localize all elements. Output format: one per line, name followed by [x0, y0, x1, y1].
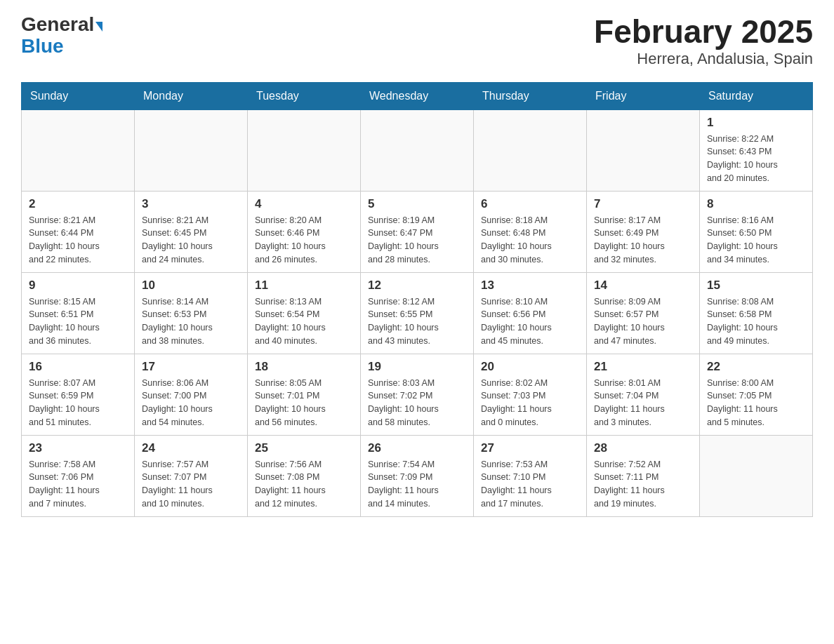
day-number: 11 [255, 279, 353, 293]
day-info: Sunrise: 8:05 AMSunset: 7:01 PMDaylight:… [255, 377, 353, 429]
day-info: Sunrise: 8:09 AMSunset: 6:57 PMDaylight:… [594, 295, 692, 348]
calendar-cell: 10Sunrise: 8:14 AMSunset: 6:53 PMDayligh… [135, 272, 248, 354]
calendar-cell: 22Sunrise: 8:00 AMSunset: 7:05 PMDayligh… [700, 354, 813, 435]
weekday-header-monday: Monday [135, 82, 248, 109]
day-number: 3 [142, 197, 240, 211]
calendar-cell: 15Sunrise: 8:08 AMSunset: 6:58 PMDayligh… [700, 272, 813, 354]
day-info: Sunrise: 7:58 AMSunset: 7:06 PMDaylight:… [29, 458, 127, 511]
logo-blue: Blue [21, 36, 102, 58]
day-info: Sunrise: 8:02 AMSunset: 7:03 PMDaylight:… [481, 377, 579, 429]
day-number: 1 [707, 116, 805, 130]
calendar-subtitle: Herrera, Andalusia, Spain [594, 50, 813, 68]
day-number: 28 [594, 441, 692, 455]
calendar-week-5: 23Sunrise: 7:58 AMSunset: 7:06 PMDayligh… [22, 435, 813, 516]
day-info: Sunrise: 8:13 AMSunset: 6:54 PMDaylight:… [255, 295, 353, 348]
calendar-cell [474, 109, 587, 191]
day-number: 6 [481, 197, 579, 211]
calendar-cell [248, 109, 361, 191]
day-info: Sunrise: 8:00 AMSunset: 7:05 PMDaylight:… [707, 377, 805, 429]
calendar-cell: 26Sunrise: 7:54 AMSunset: 7:09 PMDayligh… [361, 435, 474, 516]
calendar-week-3: 9Sunrise: 8:15 AMSunset: 6:51 PMDaylight… [22, 272, 813, 354]
weekday-header-wednesday: Wednesday [361, 82, 474, 109]
day-number: 2 [29, 197, 127, 211]
day-number: 5 [368, 197, 466, 211]
day-number: 24 [142, 441, 240, 455]
day-info: Sunrise: 8:15 AMSunset: 6:51 PMDaylight:… [29, 295, 127, 348]
calendar-cell: 7Sunrise: 8:17 AMSunset: 6:49 PMDaylight… [587, 191, 700, 272]
page-header: General Blue February 2025 Herrera, Anda… [21, 14, 813, 68]
calendar-cell [587, 109, 700, 191]
day-number: 21 [594, 360, 692, 374]
weekday-header-sunday: Sunday [22, 82, 135, 109]
calendar-cell [22, 109, 135, 191]
calendar-cell: 14Sunrise: 8:09 AMSunset: 6:57 PMDayligh… [587, 272, 700, 354]
weekday-row: SundayMondayTuesdayWednesdayThursdayFrid… [22, 82, 813, 109]
day-info: Sunrise: 8:20 AMSunset: 6:46 PMDaylight:… [255, 214, 353, 267]
day-info: Sunrise: 7:54 AMSunset: 7:09 PMDaylight:… [368, 458, 466, 511]
day-number: 20 [481, 360, 579, 374]
day-info: Sunrise: 7:53 AMSunset: 7:10 PMDaylight:… [481, 458, 579, 511]
calendar-table: SundayMondayTuesdayWednesdayThursdayFrid… [21, 82, 813, 517]
calendar-cell: 16Sunrise: 8:07 AMSunset: 6:59 PMDayligh… [22, 354, 135, 435]
day-info: Sunrise: 8:21 AMSunset: 6:45 PMDaylight:… [142, 214, 240, 267]
calendar-cell: 13Sunrise: 8:10 AMSunset: 6:56 PMDayligh… [474, 272, 587, 354]
day-number: 14 [594, 279, 692, 293]
day-number: 16 [29, 360, 127, 374]
weekday-header-thursday: Thursday [474, 82, 587, 109]
day-info: Sunrise: 7:52 AMSunset: 7:11 PMDaylight:… [594, 458, 692, 511]
calendar-cell [700, 435, 813, 516]
day-number: 22 [707, 360, 805, 374]
day-number: 8 [707, 197, 805, 211]
weekday-header-tuesday: Tuesday [248, 82, 361, 109]
calendar-cell: 25Sunrise: 7:56 AMSunset: 7:08 PMDayligh… [248, 435, 361, 516]
calendar-cell: 6Sunrise: 8:18 AMSunset: 6:48 PMDaylight… [474, 191, 587, 272]
day-info: Sunrise: 8:01 AMSunset: 7:04 PMDaylight:… [594, 377, 692, 429]
calendar-week-2: 2Sunrise: 8:21 AMSunset: 6:44 PMDaylight… [22, 191, 813, 272]
calendar-cell: 24Sunrise: 7:57 AMSunset: 7:07 PMDayligh… [135, 435, 248, 516]
calendar-cell: 12Sunrise: 8:12 AMSunset: 6:55 PMDayligh… [361, 272, 474, 354]
title-block: February 2025 Herrera, Andalusia, Spain [594, 14, 813, 68]
day-info: Sunrise: 8:17 AMSunset: 6:49 PMDaylight:… [594, 214, 692, 267]
calendar-cell [361, 109, 474, 191]
day-info: Sunrise: 8:10 AMSunset: 6:56 PMDaylight:… [481, 295, 579, 348]
calendar-cell: 20Sunrise: 8:02 AMSunset: 7:03 PMDayligh… [474, 354, 587, 435]
day-number: 12 [368, 279, 466, 293]
day-number: 26 [368, 441, 466, 455]
calendar-cell: 17Sunrise: 8:06 AMSunset: 7:00 PMDayligh… [135, 354, 248, 435]
calendar-header: SundayMondayTuesdayWednesdayThursdayFrid… [22, 82, 813, 109]
calendar-cell: 5Sunrise: 8:19 AMSunset: 6:47 PMDaylight… [361, 191, 474, 272]
calendar-cell [135, 109, 248, 191]
day-info: Sunrise: 7:56 AMSunset: 7:08 PMDaylight:… [255, 458, 353, 511]
day-info: Sunrise: 8:18 AMSunset: 6:48 PMDaylight:… [481, 214, 579, 267]
calendar-cell: 8Sunrise: 8:16 AMSunset: 6:50 PMDaylight… [700, 191, 813, 272]
day-number: 10 [142, 279, 240, 293]
calendar-cell: 18Sunrise: 8:05 AMSunset: 7:01 PMDayligh… [248, 354, 361, 435]
calendar-cell: 2Sunrise: 8:21 AMSunset: 6:44 PMDaylight… [22, 191, 135, 272]
weekday-header-friday: Friday [587, 82, 700, 109]
day-number: 27 [481, 441, 579, 455]
calendar-cell: 11Sunrise: 8:13 AMSunset: 6:54 PMDayligh… [248, 272, 361, 354]
day-number: 13 [481, 279, 579, 293]
day-info: Sunrise: 8:03 AMSunset: 7:02 PMDaylight:… [368, 377, 466, 429]
calendar-cell: 28Sunrise: 7:52 AMSunset: 7:11 PMDayligh… [587, 435, 700, 516]
calendar-cell: 1Sunrise: 8:22 AMSunset: 6:43 PMDaylight… [700, 109, 813, 191]
calendar-cell: 23Sunrise: 7:58 AMSunset: 7:06 PMDayligh… [22, 435, 135, 516]
calendar-body: 1Sunrise: 8:22 AMSunset: 6:43 PMDaylight… [22, 109, 813, 516]
calendar-cell: 4Sunrise: 8:20 AMSunset: 6:46 PMDaylight… [248, 191, 361, 272]
day-number: 23 [29, 441, 127, 455]
weekday-header-saturday: Saturday [700, 82, 813, 109]
day-info: Sunrise: 8:19 AMSunset: 6:47 PMDaylight:… [368, 214, 466, 267]
logo-general: General [21, 14, 102, 36]
logo: General Blue [21, 14, 102, 58]
calendar-title: February 2025 [594, 14, 813, 50]
day-number: 7 [594, 197, 692, 211]
day-info: Sunrise: 8:22 AMSunset: 6:43 PMDaylight:… [707, 133, 805, 185]
day-info: Sunrise: 8:14 AMSunset: 6:53 PMDaylight:… [142, 295, 240, 348]
day-number: 18 [255, 360, 353, 374]
day-number: 15 [707, 279, 805, 293]
calendar-cell: 9Sunrise: 8:15 AMSunset: 6:51 PMDaylight… [22, 272, 135, 354]
day-number: 25 [255, 441, 353, 455]
calendar-cell: 19Sunrise: 8:03 AMSunset: 7:02 PMDayligh… [361, 354, 474, 435]
calendar-week-4: 16Sunrise: 8:07 AMSunset: 6:59 PMDayligh… [22, 354, 813, 435]
day-info: Sunrise: 8:21 AMSunset: 6:44 PMDaylight:… [29, 214, 127, 267]
